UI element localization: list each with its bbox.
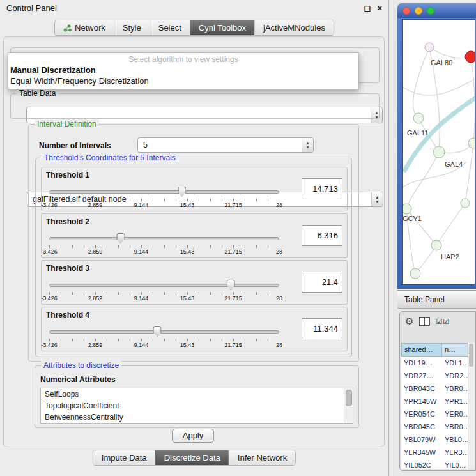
threshold-3-value-field[interactable]: 21.4	[302, 272, 342, 293]
table-cell[interactable]: YLR345W	[401, 446, 442, 459]
network-node[interactable]	[433, 146, 445, 158]
tick-label: 15.43	[180, 295, 195, 302]
table-cell[interactable]: YER0…	[442, 408, 468, 420]
arrow-up-icon: ▲	[375, 195, 379, 199]
tab-infer-network[interactable]: Infer Network	[229, 450, 295, 465]
table-row[interactable]: YDR27…YDR2…	[401, 369, 468, 382]
tab-jactivemnodules-label: jActiveMNodules	[263, 23, 325, 33]
table-row[interactable]: YDL19…YDL1…	[401, 357, 468, 369]
slider-track[interactable]	[49, 330, 279, 334]
tab-cyni-toolbox[interactable]: Cyni Toolbox	[190, 20, 254, 35]
tab-style[interactable]: Style	[114, 20, 150, 35]
network-node-selected[interactable]	[465, 51, 475, 63]
column-header-shared-name[interactable]: shared…	[401, 343, 442, 357]
tick-label: 2.859	[88, 295, 103, 302]
zoom-traffic-light[interactable]	[427, 7, 434, 15]
network-node[interactable]	[410, 268, 420, 279]
apply-button[interactable]: Apply	[172, 429, 214, 443]
table-cell[interactable]: YDL19…	[401, 357, 442, 369]
combo-stepper-icon[interactable]: ▲ ▼	[302, 138, 313, 152]
bottom-tabbar: Impute Data Discretize Data Infer Networ…	[93, 450, 296, 466]
table-cell[interactable]: YBL0…	[442, 433, 468, 446]
minimize-traffic-light[interactable]	[415, 7, 422, 15]
columns-icon[interactable]	[419, 317, 430, 326]
table-cell[interactable]: YDL1…	[442, 357, 468, 369]
combo-stepper-icon[interactable]: ▲ ▼	[371, 192, 383, 206]
network-icon	[63, 24, 72, 32]
scrollbar-thumb[interactable]	[346, 390, 352, 406]
slider-track[interactable]	[49, 190, 279, 194]
table-row[interactable]: YBR045CYBR0…	[401, 420, 468, 433]
threshold-4-value-field[interactable]: 11.344	[302, 318, 342, 339]
table-cell[interactable]: YIL052C	[401, 459, 442, 469]
slider-thumb[interactable]	[116, 233, 125, 243]
network-node[interactable]	[468, 138, 475, 148]
table-row[interactable]: YIL052CYIL0…	[401, 459, 468, 469]
column-header-name[interactable]: n…	[442, 343, 468, 357]
list-item[interactable]: TopologicalCoefficient	[41, 400, 353, 411]
tab-jactivemnodules[interactable]: jActiveMNodules	[254, 20, 334, 35]
control-panel-titlebar: Control Panel ◻ ×	[0, 0, 388, 15]
tick-label: 21.715	[224, 249, 242, 255]
table-row[interactable]: YLR345WYLR3…	[401, 446, 468, 459]
table-scrollbar[interactable]	[468, 343, 475, 469]
attributes-title: Attributes to discretize	[41, 361, 121, 370]
number-of-intervals-combobox[interactable]: 5 ▲ ▼	[137, 137, 314, 153]
tick-label: 15.43	[180, 342, 195, 348]
list-item[interactable]: SelfLoops	[41, 388, 353, 400]
network-node[interactable]	[431, 240, 441, 250]
list-item[interactable]: BetweennessCentrality	[41, 411, 353, 423]
attributes-list-scrollbar[interactable]	[344, 388, 353, 423]
threshold-2-value-field[interactable]: 6.316	[302, 225, 342, 246]
threshold-1-value-field[interactable]: 14.713	[302, 178, 342, 199]
table-cell[interactable]: YPR1…	[442, 395, 468, 408]
table-cell[interactable]: YBR043C	[401, 382, 442, 395]
slider-track[interactable]	[49, 284, 279, 287]
tick-label: 21.715	[224, 202, 242, 208]
tab-network[interactable]: Network	[55, 20, 114, 35]
table-cell[interactable]: YBR045C	[401, 420, 442, 433]
slider-track[interactable]	[49, 237, 279, 240]
tab-impute-data[interactable]: Impute Data	[93, 450, 155, 465]
table-cell[interactable]: YER054C	[401, 408, 442, 420]
close-window-icon[interactable]: ×	[377, 3, 382, 13]
threshold-4-slider: -3.426 2.859 9.144 15.43 21.715 28	[49, 326, 279, 348]
slider-thumb[interactable]	[178, 187, 186, 197]
table-cell[interactable]: YDR27…	[401, 369, 442, 382]
slider-tick-labels: -3.426 2.859 9.144 15.43 21.715 28	[49, 295, 279, 302]
gear-icon[interactable]: ⚙	[405, 316, 413, 327]
tick-label: 9.144	[134, 249, 149, 255]
tab-network-label: Network	[75, 23, 105, 33]
table-toolbar: ⚙ ☑☑	[400, 312, 475, 331]
network-node[interactable]	[425, 43, 434, 52]
float-window-icon[interactable]: ◻	[364, 3, 371, 13]
tab-select[interactable]: Select	[150, 20, 190, 35]
table-row[interactable]: YBL079WYBL0…	[401, 433, 468, 446]
dropdown-option-manual-discretization[interactable]: Manual Discretization	[8, 65, 358, 75]
table-row[interactable]: YBR043CYBR0…	[401, 382, 468, 395]
tick-label: 21.715	[224, 295, 242, 302]
table-cell[interactable]: YBL079W	[401, 433, 442, 446]
network-node[interactable]	[413, 113, 424, 123]
close-traffic-light[interactable]	[403, 7, 410, 15]
slider-thumb[interactable]	[153, 326, 162, 337]
slider-thumb[interactable]	[227, 280, 235, 290]
slider-tick-labels: -3.426 2.859 9.144 15.43 21.715 28	[49, 342, 279, 348]
network-canvas[interactable]: GAL80 GAL11 GAL4 GCY1 HAP2	[402, 19, 475, 285]
tab-discretize-data[interactable]: Discretize Data	[155, 450, 229, 465]
algorithm-dropdown: Select algorithm to view settings Manual…	[8, 52, 359, 89]
table-cell[interactable]: YBR0…	[442, 420, 468, 433]
dropdown-option-equal-width[interactable]: Equal Width/Frequency Discretization	[8, 75, 358, 86]
table-row[interactable]: YPR145WYPR1…	[401, 395, 468, 408]
table-cell[interactable]: YPR145W	[401, 395, 442, 408]
network-node[interactable]	[461, 199, 470, 208]
interval-definition-group: Interval Definition Number of Intervals …	[28, 124, 359, 362]
table-row[interactable]: YER054CYER0…	[401, 408, 468, 420]
checkbox-icons[interactable]: ☑☑	[436, 318, 450, 326]
network-node[interactable]	[403, 204, 411, 214]
table-cell[interactable]: YBR0…	[442, 382, 468, 395]
scrollbar-thumb[interactable]	[469, 344, 473, 367]
table-cell[interactable]: YIL0…	[442, 459, 468, 469]
table-cell[interactable]: YDR2…	[442, 369, 468, 382]
table-cell[interactable]: YLR3…	[442, 446, 468, 459]
